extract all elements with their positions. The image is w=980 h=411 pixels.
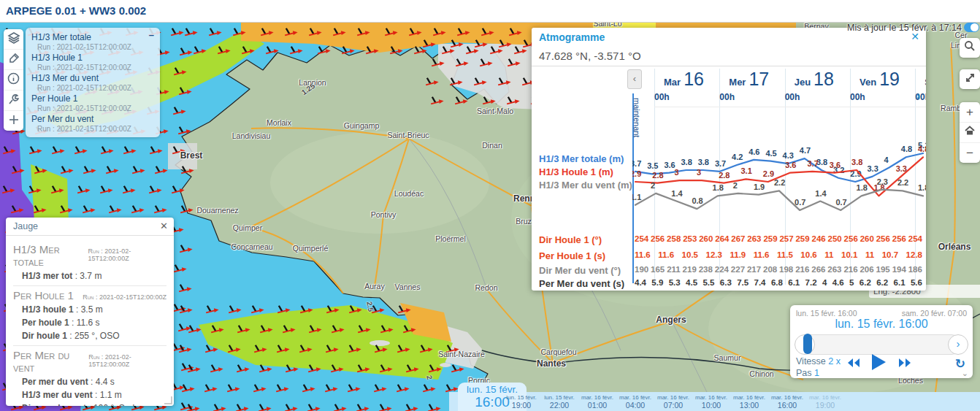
data-row-label: Dir Mer du vent (°) xyxy=(539,265,621,276)
gauge-section-run: Run : 2021-02-15T12:00:00Z xyxy=(88,353,166,368)
data-value: 186 xyxy=(908,265,922,274)
svg-text:3.5: 3.5 xyxy=(647,161,658,170)
data-value: 258 xyxy=(667,234,681,243)
day-header[interactable]: Mar16 xyxy=(654,69,719,92)
data-value: 257 xyxy=(779,234,793,243)
step-label: Pas 1 xyxy=(796,368,819,378)
timeline-entry[interactable]: lun. 15 févr.22:00 xyxy=(540,392,578,410)
timeline-entry[interactable]: lun. 15 févr.19:00 xyxy=(502,392,540,410)
home-button[interactable] xyxy=(960,123,980,143)
gauge-header[interactable]: Jauge ✕ xyxy=(6,218,174,236)
timeline-entry-date: mar. 16 févr. xyxy=(578,394,616,401)
timeline-entry-date: lun. 15 févr. xyxy=(502,394,540,401)
layers-button[interactable] xyxy=(4,29,23,50)
timeline-entry[interactable]: mar. 16 févr.07:00 xyxy=(654,392,692,410)
svg-text:0.7: 0.7 xyxy=(835,198,846,207)
prev-days-button[interactable]: ‹ xyxy=(627,69,642,89)
data-value: 263 xyxy=(827,265,841,274)
data-value: 6.2 xyxy=(876,278,888,287)
timeline-entry[interactable]: mar. 16 févr.19:00 xyxy=(806,392,844,410)
zoom-out-button[interactable]: − xyxy=(960,143,980,163)
data-value: 250 xyxy=(828,234,842,243)
data-value: 5.3 xyxy=(669,278,681,287)
next-days-button[interactable]: › xyxy=(916,90,920,101)
data-value: 266 xyxy=(811,265,825,274)
day-header[interactable]: Mer17 xyxy=(719,69,784,92)
data-value: 11.6 xyxy=(754,250,770,259)
gauge-section-title: H1/3 Mer totaleRun : 2021-02-15T12:00:00… xyxy=(13,243,166,268)
layer-name: Per Houle 1 xyxy=(31,93,154,104)
svg-text:3.8: 3.8 xyxy=(681,158,692,166)
timeline-entry[interactable]: mar. 16 févr.10:00 xyxy=(692,392,730,410)
layer-item[interactable]: H1/3 Houle 1Run : 2021-02-15T12:00:00Z xyxy=(31,53,154,72)
collapse-panel-button[interactable]: ⌄ xyxy=(962,369,968,378)
day-number: 19 xyxy=(879,69,900,89)
picker-button[interactable] xyxy=(4,50,23,70)
day-name: Jeu xyxy=(795,77,811,88)
day-header[interactable]: Sa.. xyxy=(915,69,926,92)
data-value: 259 xyxy=(795,234,809,243)
day-header[interactable]: Ven19 xyxy=(850,69,915,92)
city-label: Dinan xyxy=(482,141,502,150)
data-value: 4 xyxy=(822,278,827,287)
svg-text:3.6: 3.6 xyxy=(830,161,841,169)
layer-item[interactable]: H1/3 Mer du ventRun : 2021-02-15T12:00:0… xyxy=(31,73,154,92)
svg-text:1.4: 1.4 xyxy=(815,189,827,198)
fast-forward-button[interactable] xyxy=(898,358,911,371)
minimize-button[interactable]: – xyxy=(149,29,154,40)
time-slider: ‹ › xyxy=(795,334,968,353)
svg-text:4.8: 4.8 xyxy=(918,145,926,153)
slider-track[interactable] xyxy=(802,334,961,355)
city-label: Douarnenez xyxy=(196,206,238,215)
data-value: 12.8 xyxy=(906,250,922,259)
data-value: 6.8 xyxy=(771,278,783,287)
zoom-in-button[interactable]: + xyxy=(960,102,980,123)
svg-text:2.8: 2.8 xyxy=(652,171,663,180)
city-label: Saint-Nazaire xyxy=(438,350,485,358)
timeline-entry-time: 22:00 xyxy=(540,401,578,410)
svg-text:3.1: 3.1 xyxy=(741,166,752,175)
day-name: Mar xyxy=(664,77,681,88)
layers-panel-list: H1/3 Mer totaleRun : 2021-02-15T12:00:00… xyxy=(31,32,154,133)
plus-icon: + xyxy=(966,105,973,120)
data-value: 216 xyxy=(795,265,809,274)
timeline-entry[interactable]: mar. 16 févr.01:00 xyxy=(578,392,616,410)
city-label: Loudéac xyxy=(394,189,424,198)
auto-update-toggle[interactable] xyxy=(964,23,979,32)
resize-handle[interactable] xyxy=(164,396,172,404)
layer-item[interactable]: Per Mer du ventRun : 2021-02-15T12:00:00… xyxy=(31,114,154,133)
close-icon[interactable]: ✕ xyxy=(160,220,168,231)
gauge-section-name: H1/3 Mer totale xyxy=(13,243,88,268)
map-toolbar xyxy=(4,29,23,131)
slider-handle[interactable] xyxy=(803,334,812,354)
timeline-entry[interactable]: mar. 16 févr.13:00 xyxy=(730,392,768,410)
data-value: 6.1 xyxy=(894,278,906,287)
data-value: 256 xyxy=(651,234,665,243)
settings-button[interactable] xyxy=(4,91,23,111)
gauge-section-run: Run : 2021-02-15T12:00:00Z xyxy=(88,247,166,262)
city-label: Quimperlé xyxy=(293,244,328,253)
layer-name: H1/3 Mer totale xyxy=(31,32,154,42)
layer-item[interactable]: Per Houle 1Run : 2021-02-15T12:00:00Z xyxy=(31,93,154,112)
city-label: Nantes xyxy=(537,358,566,369)
expand-button[interactable] xyxy=(960,69,980,89)
data-value: 10.6 xyxy=(800,250,816,259)
add-layer-button[interactable] xyxy=(4,111,23,131)
layer-item[interactable]: H1/3 Mer totaleRun : 2021-02-15T12:00:00… xyxy=(31,32,154,51)
atmogram-coords: 47.628 °N, -3.571 °O xyxy=(539,50,641,62)
chevron-down-icon: ⌄ xyxy=(962,369,968,377)
timeline-entry[interactable]: mar. 16 févr.16:00 xyxy=(768,392,806,410)
play-button[interactable] xyxy=(870,353,887,374)
data-value: 6.2 xyxy=(860,278,871,287)
timeline-entry-time: 04:00 xyxy=(616,401,654,410)
info-button[interactable] xyxy=(4,70,23,91)
day-header[interactable]: Jeu18 xyxy=(785,69,850,92)
data-value: 6.3 xyxy=(720,278,732,287)
rewind-button[interactable] xyxy=(847,358,860,371)
city-label: Vannes xyxy=(395,283,421,291)
search-button[interactable] xyxy=(960,38,980,58)
data-value: 208 xyxy=(763,265,777,274)
timeline-entry[interactable]: mar. 16 févr.04:00 xyxy=(616,392,654,410)
slider-next-icon[interactable]: › xyxy=(948,334,968,355)
data-value: 11.9 xyxy=(730,250,746,259)
